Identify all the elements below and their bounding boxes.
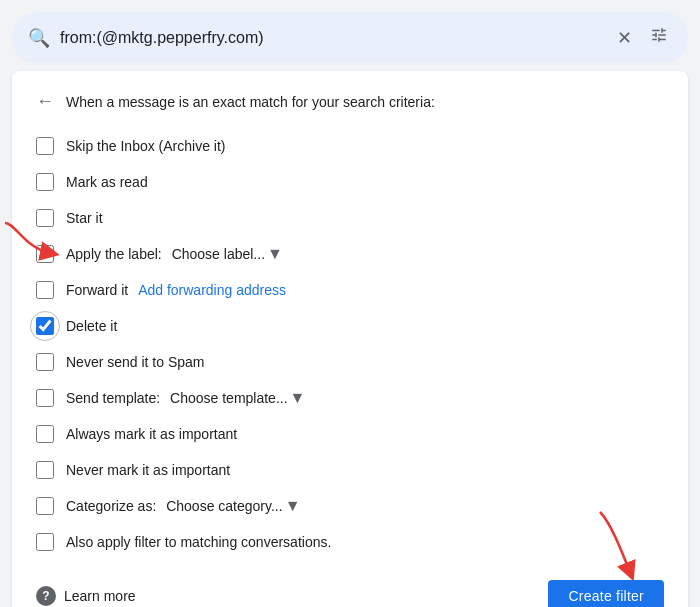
- category-dropdown-arrow: ▼: [285, 497, 301, 515]
- label-also-apply: Also apply filter to matching conversati…: [66, 534, 331, 550]
- label-never-important: Never mark it as important: [66, 462, 230, 478]
- add-forwarding-link[interactable]: Add forwarding address: [138, 282, 286, 298]
- options-list: Skip the Inbox (Archive it) Mark as read…: [36, 128, 664, 560]
- option-apply-label: Apply the label: Choose label... ▼: [36, 236, 664, 272]
- create-filter-button[interactable]: Create filter: [548, 580, 664, 607]
- close-icon[interactable]: ✕: [613, 23, 636, 53]
- option-mark-as-read: Mark as read: [36, 164, 664, 200]
- option-never-important: Never mark it as important: [36, 452, 664, 488]
- search-query: from:(@mktg.pepperfry.com): [60, 29, 603, 47]
- search-bar: 🔍 from:(@mktg.pepperfry.com) ✕: [12, 12, 688, 63]
- checkbox-also-apply[interactable]: [36, 533, 54, 551]
- label-send-template: Send template: Choose template... ▼: [66, 389, 305, 407]
- search-icon: 🔍: [28, 27, 50, 49]
- checkbox-send-template[interactable]: [36, 389, 54, 407]
- dialog-wrapper: 🔍 from:(@mktg.pepperfry.com) ✕ ← When a …: [0, 0, 700, 607]
- label-skip-inbox: Skip the Inbox (Archive it): [66, 138, 226, 154]
- back-row: ← When a message is an exact match for y…: [36, 91, 664, 112]
- checkbox-always-important[interactable]: [36, 425, 54, 443]
- back-arrow-icon[interactable]: ←: [36, 91, 54, 112]
- label-forward-it: Forward it Add forwarding address: [66, 282, 286, 298]
- label-star-it: Star it: [66, 210, 103, 226]
- option-categorize-as: Categorize as: Choose category... ▼: [36, 488, 664, 524]
- template-dropdown[interactable]: Choose template... ▼: [170, 389, 305, 407]
- tune-icon[interactable]: [646, 22, 672, 53]
- category-dropdown-text: Choose category...: [166, 498, 282, 514]
- label-delete-it: Delete it: [66, 318, 117, 334]
- option-never-spam: Never send it to Spam: [36, 344, 664, 380]
- label-always-important: Always mark it as important: [66, 426, 237, 442]
- checkbox-skip-inbox[interactable]: [36, 137, 54, 155]
- help-icon[interactable]: ?: [36, 586, 56, 606]
- label-dropdown[interactable]: Choose label... ▼: [172, 245, 283, 263]
- category-dropdown[interactable]: Choose category... ▼: [166, 497, 300, 515]
- option-forward-it: Forward it Add forwarding address: [36, 272, 664, 308]
- option-skip-inbox: Skip the Inbox (Archive it): [36, 128, 664, 164]
- option-always-important: Always mark it as important: [36, 416, 664, 452]
- label-categorize-as: Categorize as: Choose category... ▼: [66, 497, 301, 515]
- label-mark-as-read: Mark as read: [66, 174, 148, 190]
- template-dropdown-arrow: ▼: [290, 389, 306, 407]
- label-dropdown-arrow: ▼: [267, 245, 283, 263]
- checkbox-never-spam[interactable]: [36, 353, 54, 371]
- checkbox-delete-it[interactable]: [36, 317, 54, 335]
- criteria-text: When a message is an exact match for you…: [66, 94, 435, 110]
- option-send-template: Send template: Choose template... ▼: [36, 380, 664, 416]
- checkbox-forward-it[interactable]: [36, 281, 54, 299]
- checkbox-never-important[interactable]: [36, 461, 54, 479]
- option-also-apply: Also apply filter to matching conversati…: [36, 524, 664, 560]
- footer-row: ? Learn more Create filter: [36, 572, 664, 607]
- option-delete-it: Delete it: [36, 308, 664, 344]
- template-dropdown-text: Choose template...: [170, 390, 288, 406]
- option-star-it: Star it: [36, 200, 664, 236]
- label-never-spam: Never send it to Spam: [66, 354, 205, 370]
- learn-more-link[interactable]: Learn more: [64, 588, 136, 604]
- filter-panel: ← When a message is an exact match for y…: [12, 71, 688, 607]
- checkbox-mark-as-read[interactable]: [36, 173, 54, 191]
- checkbox-categorize-as[interactable]: [36, 497, 54, 515]
- checkbox-star-it[interactable]: [36, 209, 54, 227]
- label-dropdown-text: Choose label...: [172, 246, 265, 262]
- label-apply-label: Apply the label: Choose label... ▼: [66, 245, 283, 263]
- learn-more-section: ? Learn more: [36, 586, 136, 606]
- checkbox-apply-label[interactable]: [36, 245, 54, 263]
